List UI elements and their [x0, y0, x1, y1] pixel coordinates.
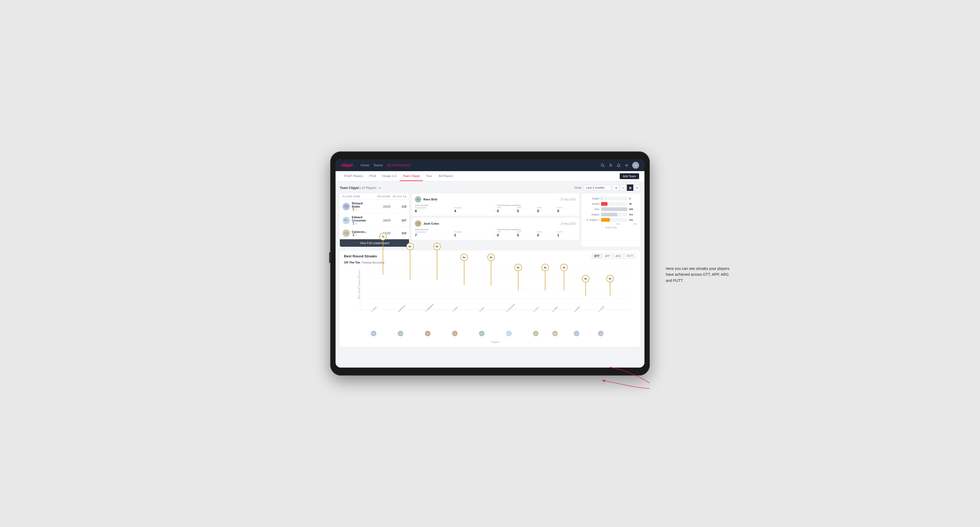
chart-grid: 2 4 6 7x 6x [360, 267, 631, 310]
streak-bubble: 3x [606, 275, 614, 283]
add-team-button[interactable]: Add Team [620, 173, 639, 179]
player-dot-group: 4x [541, 264, 549, 290]
rounds-section: Total Rounds Tournament 7 Practice 2 [415, 229, 492, 237]
leaderboard-header: PLAYER NAME PB SCORE PB AVG SQ [340, 194, 409, 200]
app-stat: APP 0 [517, 231, 536, 237]
player-badge: 🥈 2 [352, 222, 369, 225]
settings-icon[interactable] [624, 163, 629, 168]
nav-links: Home Teams My Performance [361, 162, 595, 168]
ott-label: OTT [497, 231, 515, 233]
streak-bubble: 4x [514, 264, 522, 271]
player-avatar-small: RB [479, 330, 485, 337]
player-badge: 🥉 3 [352, 233, 367, 237]
streaks-section: Best Round Streaks OTT APP ARG PUTT Off … [340, 251, 640, 346]
table-row[interactable]: CA Cameron... 🥉 3 17/20 103 [340, 227, 409, 239]
search-icon[interactable] [600, 163, 605, 168]
nav-bar: clippd Home Teams My Performance [336, 159, 644, 171]
practice-sub-grid: OTT 0 APP 0 ARG 0 [497, 206, 576, 213]
show-period-select[interactable]: Last 3 months Last month Last 6 months [584, 185, 611, 190]
player-dot-group: 3x [582, 275, 589, 296]
y-tick: 4 [357, 286, 358, 289]
streak-filter-btns: OTT APP ARG PUTT [592, 254, 636, 259]
tournament-label: Tournament [415, 206, 452, 209]
practice-activities-title: Total Practice Activities [497, 229, 576, 231]
nav-link-home[interactable]: Home [361, 162, 369, 168]
side-button[interactable] [329, 252, 330, 263]
bell-icon[interactable] [616, 163, 621, 168]
ott-filter-btn[interactable]: OTT [592, 254, 602, 259]
player-name: Edward Crossman [352, 216, 369, 222]
bar-label-birdies: Birdies [585, 203, 600, 205]
sub-nav-tour[interactable]: Tour [423, 171, 435, 181]
streak-line [437, 250, 437, 280]
player-name: Josh Coles [423, 222, 439, 225]
putt-stat: PUTT 1 [557, 231, 576, 237]
card-view-btn[interactable]: ▦ [627, 184, 633, 191]
streak-line [564, 271, 564, 290]
streak-bubble: 7x [379, 233, 387, 240]
tablet-screen: clippd Home Teams My Performance [336, 159, 644, 368]
table-row[interactable]: EC Edward Crossman 🥈 2 18/20 107 [340, 213, 409, 227]
tablet-frame: clippd Home Teams My Performance [330, 151, 650, 376]
putt-label: PUTT [557, 231, 576, 233]
avatar: RB [342, 203, 350, 210]
sub-nav-hcaps[interactable]: Hcaps 1-5 [379, 171, 399, 181]
nav-link-teams[interactable]: Teams [373, 162, 383, 168]
putt-filter-btn[interactable]: PUTT [624, 254, 636, 259]
player-names-row: E. Ebert B. McHerg D. Billingham J. Cole… [360, 311, 631, 324]
avatar: CA [342, 229, 350, 237]
sub-nav-team-clippd[interactable]: Team Clippd [400, 171, 423, 181]
bar-fill [601, 197, 601, 200]
team-title: Team Clippd | 14 Players ✏ [340, 186, 381, 190]
pb-avg: 103 [390, 232, 406, 235]
table-view-btn[interactable]: ⊟ [634, 184, 640, 191]
ott-value: 0 [497, 209, 515, 213]
bar-label-pars: Pars [585, 208, 600, 211]
player-card-rees-britt: RB Rees Britt 02 Sep 2023 Total Rounds T… [412, 194, 579, 216]
player-name: Richard Butler [352, 202, 369, 208]
streak-line [464, 261, 465, 285]
app-filter-btn[interactable]: APP [602, 254, 612, 259]
tournament-value: 8 [415, 209, 452, 213]
gridline [360, 288, 631, 289]
sub-nav-all-players[interactable]: All Players [435, 171, 456, 181]
view-leaderboard-button[interactable]: View Full Leaderboard [340, 239, 409, 247]
app-value: 0 [517, 209, 536, 213]
sub-nav-pga[interactable]: PGA [366, 171, 379, 181]
ott-stat: OTT 0 [497, 206, 515, 213]
list-view-btn[interactable]: ≡ [620, 184, 626, 191]
player-cards: RB Rees Britt 02 Sep 2023 Total Rounds T… [412, 194, 579, 247]
sub-nav-pgat[interactable]: PGAT Players [341, 171, 366, 181]
grid-view-btn[interactable]: ⊞ [613, 184, 619, 191]
player-dot-group: 3x [606, 275, 614, 296]
tournament-stat: Tournament 7 [415, 231, 452, 237]
pb-score: 19/20 [369, 205, 390, 208]
silver-medal-icon: 🥈 [352, 222, 355, 225]
x-axis-label: Players [360, 341, 631, 343]
user-avatar[interactable]: U [632, 162, 639, 169]
practice-stat: Practice 4 [454, 206, 491, 213]
nav-link-my-performance[interactable]: My Performance [387, 162, 410, 168]
edit-icon[interactable]: ✏ [379, 186, 381, 189]
rounds-sub-grid: Tournament 8 Practice 4 [415, 206, 492, 213]
gold-medal-icon: 🥇 [352, 208, 355, 211]
arg-filter-btn[interactable]: ARG [613, 254, 624, 259]
scatter-chart-area: Best Streak, Fairway Accuracy 2 4 6 [360, 267, 631, 343]
main-content: Team Clippd | 14 Players ✏ Show Last 3 m… [336, 181, 644, 368]
axis-label-0: 0 [601, 223, 602, 225]
app-stat: APP 0 [517, 206, 536, 213]
avatar: EC [342, 217, 350, 224]
pb-score: 18/20 [369, 219, 390, 222]
lb-header-avg: PB AVG SQ [390, 195, 406, 198]
gridline [360, 278, 631, 278]
nav-icons: U [600, 162, 639, 169]
player-avatar-small: MM [552, 330, 558, 337]
sub-nav: PGAT Players PGA Hcaps 1-5 Team Clippd T… [336, 171, 644, 181]
player-avatar-small: DF [533, 330, 539, 337]
arg-label: ARG [537, 206, 556, 209]
practice-label: Practice [454, 231, 491, 233]
table-row[interactable]: RB Richard Butler 🥇 1 19/20 110 [340, 200, 409, 213]
streak-line [610, 283, 610, 296]
person-icon[interactable] [608, 163, 613, 168]
show-controls: Show Last 3 months Last month Last 6 mon… [574, 184, 640, 191]
